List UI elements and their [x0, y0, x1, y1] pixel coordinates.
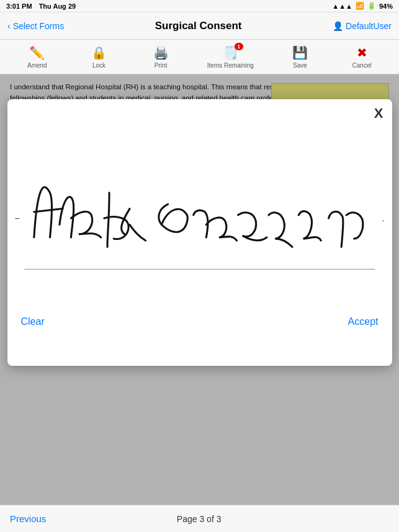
user-label: DefaultUser: [346, 21, 392, 31]
status-bar: 3:01 PM Thu Aug 29 ▲▲▲ 📶 🔋 94%: [0, 0, 399, 12]
back-button[interactable]: ‹ Select Forms: [7, 21, 64, 31]
sig-left-marker: −: [15, 213, 20, 223]
amend-button[interactable]: ✏️ Amend: [22, 45, 53, 69]
save-label: Save: [293, 62, 307, 69]
save-button[interactable]: 💾 Save: [284, 45, 315, 69]
items-remaining-button[interactable]: 🗒️ 1 Items Remaining: [207, 45, 254, 69]
cancel-button[interactable]: ✖ Cancel: [346, 45, 377, 69]
lock-icon: 🔒: [91, 45, 107, 60]
signature-svg: [15, 125, 385, 311]
signature-canvas[interactable]: − .: [15, 125, 385, 311]
signature-overlay: X − .: [0, 74, 399, 505]
bottom-bar: Previous Page 3 of 3: [0, 505, 399, 532]
amend-label: Amend: [27, 62, 47, 69]
signature-actions: Clear Accept: [15, 316, 385, 327]
save-icon: 💾: [292, 45, 308, 60]
signal-icon: ▲▲▲: [332, 2, 352, 10]
back-label: Select Forms: [13, 21, 64, 31]
previous-button[interactable]: Previous: [10, 513, 46, 524]
time: 3:01 PM: [6, 2, 32, 10]
page-title: Surgical Consent: [155, 20, 242, 32]
nav-bar: ‹ Select Forms Surgical Consent 👤 Defaul…: [0, 12, 399, 40]
battery-icon: 🔋: [367, 2, 376, 10]
lock-label: Lock: [92, 62, 105, 69]
user-icon: 👤: [333, 21, 343, 31]
page-indicator: Page 3 of 3: [177, 514, 222, 524]
lock-button[interactable]: 🔒 Lock: [83, 45, 114, 69]
amend-icon: ✏️: [29, 45, 45, 60]
back-chevron-icon: ‹: [7, 21, 11, 31]
wifi-icon: 📶: [356, 2, 364, 10]
clear-button[interactable]: Clear: [21, 316, 45, 327]
toolbar: ✏️ Amend 🔒 Lock 🖨️ Print 🗒️ 1 Items Rema…: [0, 40, 399, 74]
print-label: Print: [155, 62, 168, 69]
battery-percent: 94%: [379, 2, 393, 10]
main-content: I understand that Regional Hospital (RH)…: [0, 74, 399, 505]
accept-button[interactable]: Accept: [348, 316, 379, 327]
cancel-icon: ✖: [357, 45, 367, 60]
items-badge: 1: [235, 43, 243, 50]
items-badge-wrapper: 🗒️ 1: [223, 45, 238, 60]
cancel-label: Cancel: [352, 62, 372, 69]
items-label: Items Remaining: [207, 62, 254, 69]
status-icons: ▲▲▲ 📶 🔋 94%: [332, 2, 393, 10]
status-time-date: 3:01 PM Thu Aug 29: [6, 2, 76, 10]
user-button[interactable]: 👤 DefaultUser: [333, 21, 392, 31]
signature-close-button[interactable]: X: [374, 105, 383, 122]
date: Thu Aug 29: [39, 2, 76, 10]
print-icon: 🖨️: [153, 45, 169, 60]
sig-right-marker: .: [382, 213, 385, 223]
print-button[interactable]: 🖨️ Print: [145, 45, 176, 69]
signature-modal: X − .: [7, 99, 392, 366]
